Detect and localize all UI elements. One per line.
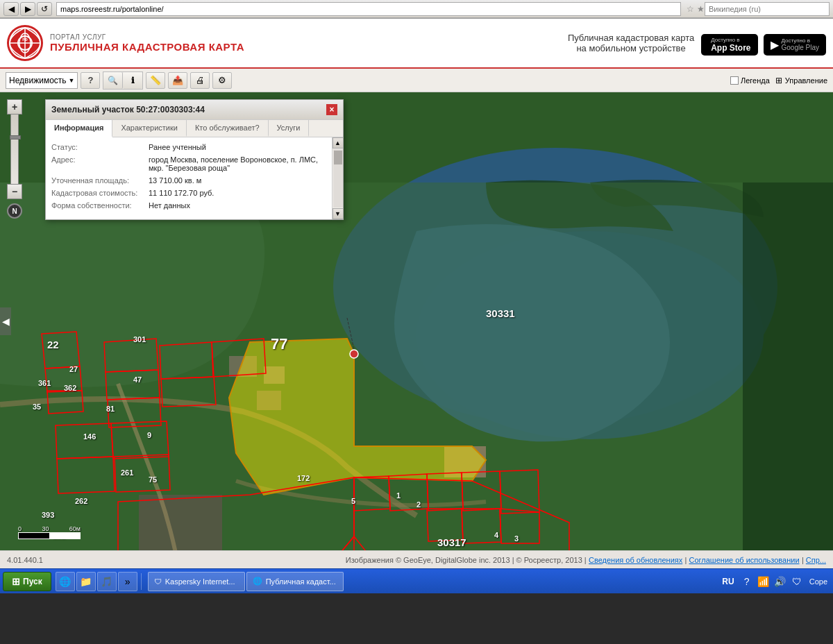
arrow-icon: » xyxy=(125,576,131,587)
tab-who-services[interactable]: Кто обслуживает? xyxy=(187,120,269,137)
language-indicator[interactable]: RU xyxy=(722,577,734,586)
info-value-4: Нет данных xyxy=(149,201,190,210)
taskbar-icon-2[interactable]: 📁 xyxy=(76,572,96,591)
taskbar-window-map[interactable]: 🌐 Публичная кадаст... xyxy=(246,572,344,591)
scroll-track[interactable] xyxy=(333,149,343,207)
scroll-thumb xyxy=(334,151,342,164)
version-label: 4.01.440.1 xyxy=(7,556,43,564)
print-button[interactable]: 🖨 xyxy=(190,72,210,89)
taskbar-icon-1[interactable]: 🌐 xyxy=(56,572,75,591)
share-button[interactable]: 📤 xyxy=(168,72,187,89)
tray-icon-2[interactable]: 📶 xyxy=(757,575,771,588)
zoom-slider[interactable] xyxy=(10,115,19,184)
info-popup: Земельный участок 50:27:0030303:44 × Инф… xyxy=(45,99,344,220)
scale-line xyxy=(18,532,81,539)
info-row-1: Адрес:город Москва, поселение Вороновско… xyxy=(51,155,337,172)
header-title: ПОРТАЛ УСЛУГ ПУБЛИЧНАЯ КАДАСТРОВАЯ КАРТА xyxy=(50,33,244,53)
copyright-text: Изображения © GeoEye, DigitalGlobe inc. … xyxy=(346,556,587,564)
scale-segment-2 xyxy=(49,533,80,539)
property-type-dropdown[interactable]: Недвижимость ▼ xyxy=(6,72,78,89)
search-input[interactable] xyxy=(705,2,830,16)
taskbar-window-kaspersky[interactable]: 🛡 Kaspersky Internet... xyxy=(148,572,245,591)
scale-label-30: 30 xyxy=(42,525,49,532)
dropdown-arrow-icon: ▼ xyxy=(69,77,75,84)
tray-icon-1[interactable]: ? xyxy=(740,575,754,588)
info-button[interactable]: ℹ xyxy=(123,72,142,89)
manage-button[interactable]: ⊞ Управление xyxy=(775,76,827,85)
map-container[interactable]: 2227301773613624735819146261752623933033… xyxy=(0,92,833,550)
compass[interactable]: N xyxy=(7,203,22,219)
portal-label: ПОРТАЛ УСЛУГ xyxy=(50,33,244,41)
info-row-4: Форма собственности:Нет данных xyxy=(51,201,337,210)
info-label-3: Кадастровая стоимость: xyxy=(51,189,149,197)
taskbar-icon-3[interactable]: 🎵 xyxy=(97,572,117,591)
address-bar[interactable] xyxy=(56,2,681,16)
tray-icon-4[interactable]: 🛡 xyxy=(790,575,804,588)
popup-title-bar: Земельный участок 50:27:0030303:44 × xyxy=(46,100,343,120)
taskbar-separator xyxy=(141,573,142,590)
popup-tabs: Информация Характеристики Кто обслуживае… xyxy=(46,120,343,137)
info-label-0: Статус: xyxy=(51,143,149,151)
tray-help-icon: ? xyxy=(744,576,750,587)
mobile-promo-line1: Публичная кадастровая карта xyxy=(568,33,694,43)
google-play-badge[interactable]: ▶ Доступно в Google Play xyxy=(764,34,826,56)
legend-label: Легенда xyxy=(741,76,770,85)
app-store-badge[interactable]: Доступно в App Store xyxy=(701,34,757,56)
scale-bar: 0 30 60м xyxy=(18,525,81,539)
legend-checkbox[interactable] xyxy=(730,76,739,85)
svg-rect-9 xyxy=(743,183,833,550)
taskbar-icon-4[interactable]: » xyxy=(118,572,137,591)
taskbar-time: Cope xyxy=(809,577,827,586)
svg-point-17 xyxy=(350,350,358,358)
manage-label: Управление xyxy=(785,76,827,85)
tray-icon-3[interactable]: 🔊 xyxy=(773,575,787,588)
zoom-controls: + − N xyxy=(7,99,22,219)
folder-icon: 📁 xyxy=(80,576,92,587)
taskbar-quick-launch: 🌐 📁 🎵 » xyxy=(56,572,137,591)
tab-characteristics[interactable]: Характеристики xyxy=(112,120,187,137)
main-title: ПУБЛИЧНАЯ КАДАСТРОВАЯ КАРТА xyxy=(50,41,244,53)
app-badges: Доступно в App Store ▶ Доступно в Google… xyxy=(701,34,826,56)
share-icon: 📤 xyxy=(172,75,183,85)
measure-button[interactable]: 📏 xyxy=(146,72,165,89)
nav-arrow-left[interactable]: ◀ xyxy=(0,307,11,335)
svg-rect-10 xyxy=(0,183,743,550)
updates-link[interactable]: Сведения об обновлениях xyxy=(589,556,682,564)
info-icon: ℹ xyxy=(131,76,135,85)
scale-label-0: 0 xyxy=(18,525,22,532)
measure-icon: 📏 xyxy=(150,75,161,85)
scroll-up-button[interactable]: ▲ xyxy=(333,137,344,149)
legend-toggle[interactable]: Легенда xyxy=(730,76,770,85)
scroll-down-button[interactable]: ▼ xyxy=(333,208,344,219)
zoom-out-button[interactable]: − xyxy=(7,184,22,199)
info-label-4: Форма собственности: xyxy=(51,201,149,210)
forward-button[interactable]: ▶ xyxy=(20,2,35,16)
back-button[interactable]: ◀ xyxy=(3,2,19,16)
start-button[interactable]: ⊞ Пуск xyxy=(3,572,51,591)
tab-services[interactable]: Услуги xyxy=(269,120,310,137)
header-left: РФ ПОРТАЛ УСЛУГ ПУБЛИЧНАЯ КАДАСТРОВАЯ КА… xyxy=(7,25,244,61)
reload-button[interactable]: ↺ xyxy=(37,2,52,16)
search-button[interactable]: 🔍 xyxy=(103,72,123,89)
agreement-link[interactable]: Соглашение об использовании xyxy=(689,556,800,564)
help-link[interactable]: Спр... xyxy=(806,556,826,564)
settings-icon: ⚙ xyxy=(218,75,226,85)
windows-icon: ⊞ xyxy=(12,576,20,587)
status-bar: 4.01.440.1 Изображения © GeoEye, Digital… xyxy=(0,550,833,568)
print-icon: 🖨 xyxy=(196,75,205,85)
popup-content: ▲ ▼ Статус:Ранее учтенныйАдрес:город Мос… xyxy=(46,137,343,219)
google-play-label: Доступно в xyxy=(782,37,819,44)
settings-button[interactable]: ⚙ xyxy=(212,72,232,89)
help-button[interactable]: ? xyxy=(81,72,100,89)
info-row-0: Статус:Ранее учтенный xyxy=(51,143,337,151)
browser-toolbar: ◀ ▶ ↺ ☆ ★ xyxy=(0,0,833,18)
info-row-2: Уточненная площадь:13 710.00 кв. м xyxy=(51,176,337,185)
popup-close-button[interactable]: × xyxy=(326,104,337,115)
zoom-in-button[interactable]: + xyxy=(7,99,22,115)
tray-security-icon: 🛡 xyxy=(792,576,802,587)
toolbar-right: Легенда ⊞ Управление xyxy=(730,76,827,85)
info-row-3: Кадастровая стоимость:11 110 172.70 руб. xyxy=(51,189,337,197)
zoom-slider-thumb[interactable] xyxy=(10,135,21,139)
tab-information[interactable]: Информация xyxy=(46,120,112,137)
app-store-label: App Store xyxy=(711,43,750,53)
